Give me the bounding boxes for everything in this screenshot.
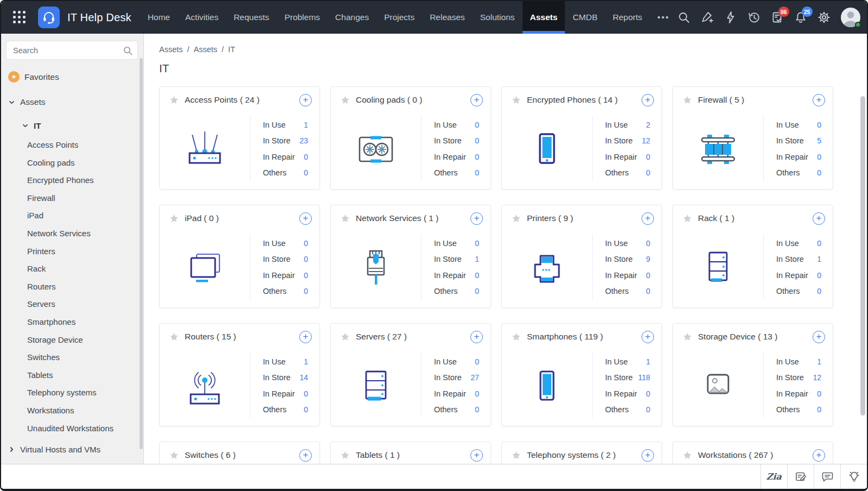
stat-value[interactable]: 0 bbox=[475, 389, 479, 398]
star-icon[interactable] bbox=[341, 214, 350, 223]
sidebar-item-virtual-hosts-and-vms[interactable]: Virtual Hosts and VMs bbox=[1, 439, 143, 459]
stat-value[interactable]: 0 bbox=[646, 168, 650, 177]
sidebar-item-switches[interactable]: Switches bbox=[1, 349, 143, 367]
add-asset-button[interactable]: + bbox=[813, 94, 825, 106]
add-asset-button[interactable]: + bbox=[470, 331, 483, 343]
card-title[interactable]: Access Points ( 24 ) bbox=[185, 95, 260, 105]
settings-gear-icon[interactable] bbox=[817, 11, 831, 24]
tab-activities[interactable]: Activities bbox=[178, 1, 226, 34]
stat-value[interactable]: 1 bbox=[817, 255, 821, 263]
tab-solutions[interactable]: Solutions bbox=[473, 1, 523, 34]
sidebar-item-rack[interactable]: Rack bbox=[1, 260, 143, 278]
tab-more[interactable]: ••• bbox=[650, 1, 677, 34]
sidebar-search-input[interactable] bbox=[7, 41, 137, 59]
search-icon[interactable] bbox=[123, 46, 133, 55]
stat-value[interactable]: 9 bbox=[646, 255, 650, 263]
star-icon[interactable] bbox=[683, 214, 692, 223]
stat-value[interactable]: 1 bbox=[304, 121, 308, 129]
tab-assets[interactable]: Assets bbox=[523, 1, 565, 34]
sidebar-item-it[interactable]: IT bbox=[1, 121, 143, 130]
card-title[interactable]: Workstations ( 267 ) bbox=[698, 450, 773, 460]
stat-value[interactable]: 0 bbox=[304, 287, 308, 295]
content-scrollbar[interactable] bbox=[860, 96, 865, 416]
stat-value[interactable]: 27 bbox=[470, 373, 479, 382]
stat-value[interactable]: 0 bbox=[304, 168, 308, 177]
tab-releases[interactable]: Releases bbox=[422, 1, 473, 34]
stat-value[interactable]: 5 bbox=[817, 136, 821, 145]
sidebar-item-smartphones[interactable]: Smartphones bbox=[1, 313, 143, 331]
stat-value[interactable]: 2 bbox=[646, 121, 650, 129]
tab-requests[interactable]: Requests bbox=[226, 1, 276, 34]
star-icon[interactable] bbox=[341, 96, 350, 105]
breadcrumb-item-assets-0[interactable]: Assets bbox=[159, 45, 183, 54]
add-asset-button[interactable]: + bbox=[641, 94, 654, 106]
history-icon[interactable] bbox=[747, 11, 760, 24]
star-icon[interactable] bbox=[169, 96, 179, 105]
stat-value[interactable]: 1 bbox=[475, 255, 479, 263]
stat-value[interactable]: 0 bbox=[646, 153, 650, 161]
star-icon[interactable] bbox=[169, 214, 179, 223]
star-icon[interactable] bbox=[169, 332, 179, 342]
tab-projects[interactable]: Projects bbox=[376, 1, 422, 34]
stat-value[interactable]: 14 bbox=[299, 373, 308, 382]
add-asset-button[interactable]: + bbox=[641, 331, 654, 343]
add-asset-button[interactable]: + bbox=[641, 212, 654, 225]
star-icon[interactable] bbox=[512, 214, 521, 223]
stat-value[interactable]: 0 bbox=[475, 405, 479, 414]
stat-value[interactable]: 0 bbox=[475, 357, 479, 366]
star-icon[interactable] bbox=[169, 451, 179, 460]
stat-value[interactable]: 0 bbox=[817, 405, 821, 414]
sidebar-item-workstations[interactable]: Workstations bbox=[1, 402, 143, 420]
stat-value[interactable]: 1 bbox=[304, 357, 308, 366]
card-title[interactable]: Servers ( 27 ) bbox=[356, 332, 407, 342]
sidebar-item-access-points[interactable]: Access Points bbox=[1, 136, 143, 154]
stat-value[interactable]: 12 bbox=[641, 136, 650, 145]
stat-value[interactable]: 0 bbox=[475, 168, 479, 177]
sidebar-item-favorites[interactable]: ★ Favorites bbox=[8, 71, 143, 83]
card-title[interactable]: Telephony systems ( 2 ) bbox=[527, 450, 616, 460]
stat-value[interactable]: 0 bbox=[475, 153, 479, 161]
sidebar-item-cooling-pads[interactable]: Cooling pads bbox=[1, 154, 143, 172]
zia-assistant-icon[interactable]: Zia bbox=[760, 464, 787, 489]
quick-actions-icon[interactable] bbox=[724, 11, 737, 24]
star-icon[interactable] bbox=[512, 332, 521, 342]
star-icon[interactable] bbox=[341, 451, 350, 460]
stat-value[interactable]: 0 bbox=[817, 121, 821, 129]
sidebar-item-tablets[interactable]: Tablets bbox=[1, 367, 143, 385]
stat-value[interactable]: 0 bbox=[304, 271, 308, 280]
add-asset-button[interactable]: + bbox=[813, 449, 825, 462]
app-launcher-icon[interactable] bbox=[13, 10, 26, 24]
feedback-icon[interactable] bbox=[787, 464, 814, 489]
card-title[interactable]: Rack ( 1 ) bbox=[698, 213, 734, 223]
stat-value[interactable]: 1 bbox=[646, 357, 650, 366]
stat-value[interactable]: 23 bbox=[299, 136, 308, 145]
stat-value[interactable]: 0 bbox=[475, 287, 479, 295]
stat-value[interactable]: 0 bbox=[817, 287, 821, 295]
star-icon[interactable] bbox=[341, 332, 350, 342]
quick-add-icon[interactable] bbox=[701, 11, 714, 24]
sidebar-scrollbar[interactable] bbox=[140, 58, 143, 449]
card-title[interactable]: Network Services ( 1 ) bbox=[356, 213, 438, 223]
stat-value[interactable]: 0 bbox=[817, 168, 821, 177]
sidebar-item-servers[interactable]: Servers bbox=[1, 295, 143, 313]
star-icon[interactable] bbox=[683, 451, 692, 460]
sidebar-item-ipad[interactable]: iPad bbox=[1, 207, 143, 225]
add-asset-button[interactable]: + bbox=[641, 449, 654, 462]
add-asset-button[interactable]: + bbox=[813, 331, 825, 343]
stat-value[interactable]: 0 bbox=[646, 389, 650, 398]
tab-home[interactable]: Home bbox=[140, 1, 178, 34]
star-icon[interactable] bbox=[683, 96, 692, 105]
approvals-icon[interactable]: 86 bbox=[771, 11, 784, 24]
card-title[interactable]: Storage Device ( 13 ) bbox=[698, 332, 777, 342]
card-title[interactable]: Firewall ( 5 ) bbox=[698, 95, 744, 105]
sidebar-item-telephony-systems[interactable]: Telephony systems bbox=[1, 384, 143, 402]
stat-value[interactable]: 0 bbox=[475, 121, 479, 129]
card-title[interactable]: Routers ( 15 ) bbox=[185, 332, 236, 342]
stat-value[interactable]: 0 bbox=[817, 389, 821, 398]
stat-value[interactable]: 0 bbox=[304, 239, 308, 248]
tab-changes[interactable]: Changes bbox=[328, 1, 376, 34]
star-icon[interactable] bbox=[683, 332, 692, 342]
sidebar-item-unaudited-workstations[interactable]: Unaudited Workstations bbox=[1, 420, 143, 438]
card-title[interactable]: Switches ( 6 ) bbox=[185, 450, 236, 460]
card-title[interactable]: Encrypted Phones ( 14 ) bbox=[527, 95, 618, 105]
